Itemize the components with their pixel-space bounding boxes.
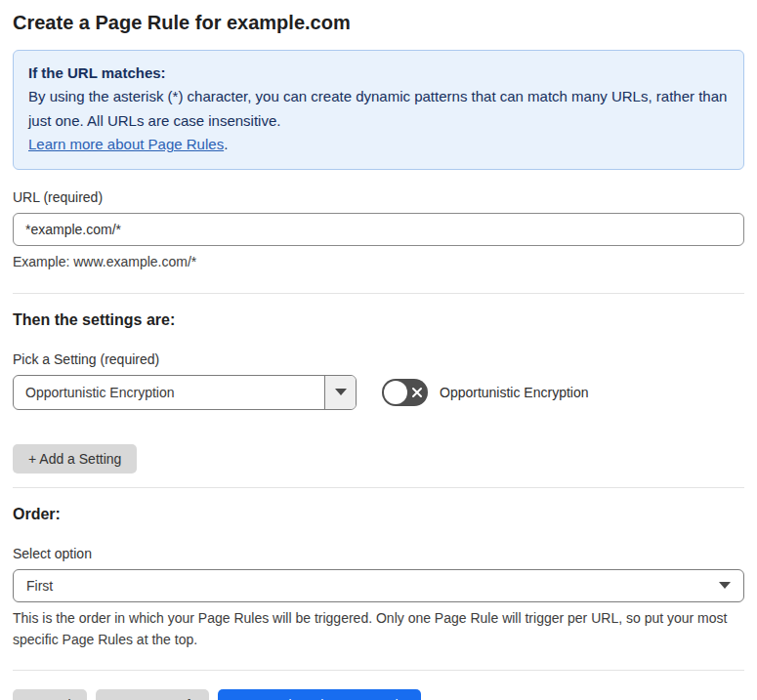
page-rule-form: Create a Page Rule for example.com If th… (0, 0, 757, 700)
info-box-heading: If the URL matches: (28, 62, 729, 85)
setting-row: Opportunistic Encryption Opportunistic E… (13, 375, 744, 410)
setting-dropdown-arrow-button[interactable] (324, 376, 356, 409)
order-select[interactable]: First (13, 569, 744, 602)
url-input[interactable] (13, 213, 744, 246)
info-box-link-line: Learn more about Page Rules. (28, 133, 729, 156)
save-as-draft-button[interactable]: Save as Draft (96, 689, 210, 700)
url-field-label: URL (required) (13, 189, 744, 205)
url-match-info-box: If the URL matches: By using the asteris… (13, 50, 744, 170)
pick-setting-label: Pick a Setting (required) (13, 351, 744, 367)
divider (13, 670, 744, 671)
order-select-value: First (26, 578, 53, 594)
order-section-heading: Order: (13, 506, 744, 523)
add-setting-button[interactable]: + Add a Setting (13, 444, 137, 474)
order-helper-text: This is the order in which your Page Rul… (13, 608, 736, 650)
info-box-body: By using the asterisk (*) character, you… (28, 85, 729, 133)
setting-toggle-group: Opportunistic Encryption (382, 379, 589, 406)
toggle-label: Opportunistic Encryption (440, 385, 589, 400)
setting-dropdown-value: Opportunistic Encryption (14, 376, 324, 409)
chevron-down-icon (335, 389, 347, 395)
learn-more-link[interactable]: Learn more about Page Rules (28, 136, 224, 152)
form-actions: Cancel Save as Draft Save and Deploy Pag… (13, 689, 744, 700)
link-suffix: . (224, 136, 228, 152)
opportunistic-encryption-toggle[interactable] (382, 379, 428, 406)
order-select-label: Select option (13, 546, 744, 561)
setting-dropdown[interactable]: Opportunistic Encryption (13, 375, 357, 410)
divider (13, 293, 744, 294)
save-and-deploy-button[interactable]: Save and Deploy Page Rule (218, 689, 421, 700)
toggle-knob (384, 381, 407, 404)
chevron-down-icon (719, 582, 731, 589)
url-example-helper: Example: www.example.com/* (13, 252, 744, 273)
cancel-button[interactable]: Cancel (13, 689, 87, 700)
page-title: Create a Page Rule for example.com (13, 12, 744, 34)
settings-section-heading: Then the settings are: (13, 311, 744, 329)
divider (13, 487, 744, 488)
toggle-off-x-icon (410, 386, 424, 399)
